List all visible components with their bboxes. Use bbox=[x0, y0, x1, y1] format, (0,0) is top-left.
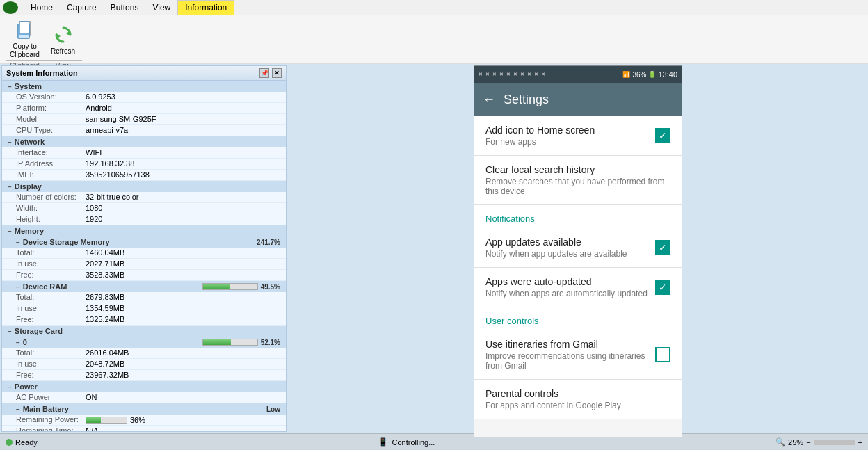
zoom-minus[interactable]: − bbox=[806, 438, 810, 447]
menu-home[interactable]: Home bbox=[24, 0, 60, 15]
storage-card-percent: 52.1% bbox=[261, 339, 280, 346]
parental-title: Parental controls bbox=[485, 388, 558, 399]
back-button[interactable]: ← bbox=[483, 93, 495, 107]
ip-label: IP Address: bbox=[16, 159, 86, 168]
settings-item-parental[interactable]: Parental controls For apps and content i… bbox=[474, 380, 682, 419]
gmail-checkbox[interactable]: ✓ bbox=[655, 347, 670, 362]
storage-label: Device Storage Memory bbox=[23, 238, 110, 246]
menu-view[interactable]: View bbox=[145, 0, 177, 15]
battery-label: Main Battery bbox=[23, 405, 69, 413]
status-icons: ✕ ✕ ✕ ✕ ✕ ✕ ✕ ✕ ✕ ✕ bbox=[479, 72, 546, 77]
battery-status: Low bbox=[266, 405, 280, 413]
panel-controls: 📌 ✕ bbox=[259, 68, 282, 78]
storage-card-sub-toggle[interactable]: − bbox=[16, 339, 20, 346]
ip-value: 192.168.32.38 bbox=[86, 159, 280, 168]
app-updates-text: App updates available Notify when app up… bbox=[485, 236, 650, 259]
sc-inuse-label: In use: bbox=[16, 360, 86, 369]
settings-item-app-updates[interactable]: App updates available Notify when app up… bbox=[474, 228, 682, 268]
power-section-header[interactable]: − Power bbox=[2, 381, 286, 392]
settings-item-gmail[interactable]: Use itineraries from Gmail Improve recom… bbox=[474, 330, 682, 380]
add-icon-checkmark: ✓ bbox=[659, 130, 667, 141]
notifications-title: Notifications bbox=[485, 214, 670, 224]
menu-buttons[interactable]: Buttons bbox=[104, 0, 146, 15]
toolbar: Copy toClipboard Refresh Clipboar bbox=[0, 15, 868, 64]
battery-toggle[interactable]: − bbox=[16, 405, 20, 413]
add-icon-checkbox[interactable]: ✓ bbox=[655, 128, 670, 143]
panel-header: System Information 📌 ✕ bbox=[2, 66, 286, 81]
network-section: − Network Interface: WIFI IP Address: 19… bbox=[2, 136, 286, 181]
settings-content[interactable]: Add icon to Home screen For new apps ✓ C… bbox=[474, 116, 682, 437]
ram-free-value: 1325.24MB bbox=[86, 315, 280, 324]
storage-card-toggle[interactable]: − bbox=[8, 328, 12, 335]
settings-item-clear-history[interactable]: Clear local search history Remove search… bbox=[474, 156, 682, 205]
height-label: Height: bbox=[16, 215, 86, 224]
svg-marker-5 bbox=[56, 33, 61, 39]
refresh-icon bbox=[52, 24, 74, 46]
storage-card-header[interactable]: − Storage Card bbox=[2, 326, 286, 337]
os-version-value: 6.0.9253 bbox=[86, 93, 280, 102]
zoom-plus[interactable]: + bbox=[858, 438, 862, 447]
power-toggle[interactable]: − bbox=[8, 383, 12, 391]
storage-free-row: Free: 3528.33MB bbox=[2, 270, 286, 281]
svg-marker-4 bbox=[66, 31, 70, 36]
copy-icon bbox=[14, 19, 36, 41]
memory-toggle[interactable]: − bbox=[8, 227, 12, 235]
sc-total-label: Total: bbox=[16, 348, 86, 357]
storage-total-value: 1460.04MB bbox=[86, 248, 280, 257]
device-storage-header[interactable]: − Device Storage Memory 241.7% bbox=[2, 236, 286, 248]
display-toggle[interactable]: − bbox=[8, 183, 12, 191]
status-bar: Ready 📱 Controlling... 🔍 25% − + bbox=[0, 433, 868, 450]
ac-power-label: AC Power bbox=[16, 393, 86, 402]
memory-section-header[interactable]: − Memory bbox=[2, 225, 286, 236]
android-header: ← Settings bbox=[474, 83, 682, 116]
controlling-text: Controlling... bbox=[392, 438, 435, 447]
system-info-panel: System Information 📌 ✕ − System OS Versi… bbox=[1, 65, 287, 432]
network-toggle[interactable]: − bbox=[8, 138, 12, 146]
ram-progress-bar bbox=[202, 283, 258, 290]
display-section-header[interactable]: − Display bbox=[2, 181, 286, 192]
imei-row: IMEI: 359521065957138 bbox=[2, 170, 286, 181]
status-left: Ready bbox=[6, 438, 38, 447]
controlling-icon: 📱 bbox=[378, 437, 388, 447]
user-controls-title: User controls bbox=[485, 316, 670, 326]
zoom-icon: 🔍 bbox=[775, 437, 785, 447]
battery-percentage: 36% bbox=[632, 71, 646, 79]
pin-button[interactable]: 📌 bbox=[259, 68, 269, 78]
system-section-header[interactable]: − System bbox=[2, 81, 286, 92]
storage-total-row: Total: 1460.04MB bbox=[2, 248, 286, 259]
app-updates-checkbox[interactable]: ✓ bbox=[655, 240, 670, 255]
refresh-button[interactable]: Refresh bbox=[44, 18, 82, 60]
settings-title: Settings bbox=[504, 93, 549, 107]
width-label: Width: bbox=[16, 204, 86, 213]
storage-card-sub-header[interactable]: − 0 52.1% bbox=[2, 337, 286, 348]
clear-history-subtitle: Remove searches that you have performed … bbox=[485, 177, 670, 196]
system-toggle[interactable]: − bbox=[8, 83, 12, 90]
model-row: Model: samsung SM-G925F bbox=[2, 114, 286, 125]
close-panel-button[interactable]: ✕ bbox=[272, 68, 282, 78]
parental-subtitle: For apps and content in Google Play bbox=[485, 401, 621, 410]
menu-capture[interactable]: Capture bbox=[60, 0, 104, 15]
network-section-header[interactable]: − Network bbox=[2, 136, 286, 147]
device-ram-header[interactable]: − Device RAM 49.5% bbox=[2, 281, 286, 292]
menu-information[interactable]: Information bbox=[177, 0, 234, 15]
system-section: − System OS Version: 6.0.9253 Platform: … bbox=[2, 81, 286, 136]
ram-inuse-row: In use: 1354.59MB bbox=[2, 303, 286, 314]
ram-free-row: Free: 1325.24MB bbox=[2, 314, 286, 326]
gmail-text: Use itineraries from Gmail Improve recom… bbox=[485, 339, 650, 371]
ram-total-row: Total: 2679.83MB bbox=[2, 292, 286, 303]
memory-section: − Memory − Device Storage Memory 241.7% … bbox=[2, 225, 286, 326]
storage-toggle[interactable]: − bbox=[16, 239, 20, 246]
clear-history-title: Clear local search history bbox=[485, 164, 595, 175]
add-icon-text: Add icon to Home screen For new apps bbox=[485, 124, 650, 147]
sc-inuse-row: In use: 2048.72MB bbox=[2, 359, 286, 370]
main-battery-header[interactable]: − Main Battery Low bbox=[2, 403, 286, 415]
ac-power-row: AC Power ON bbox=[2, 392, 286, 403]
auto-updated-checkbox[interactable]: ✓ bbox=[655, 280, 670, 295]
add-icon-subtitle: For new apps bbox=[485, 137, 650, 147]
copy-to-clipboard-button[interactable]: Copy toClipboard bbox=[6, 18, 44, 60]
ram-toggle[interactable]: − bbox=[16, 283, 20, 291]
settings-item-auto-updated[interactable]: Apps were auto-updated Notify when apps … bbox=[474, 268, 682, 307]
app-logo bbox=[3, 1, 18, 14]
width-value: 1080 bbox=[86, 204, 280, 213]
settings-item-add-icon[interactable]: Add icon to Home screen For new apps ✓ bbox=[474, 116, 682, 156]
